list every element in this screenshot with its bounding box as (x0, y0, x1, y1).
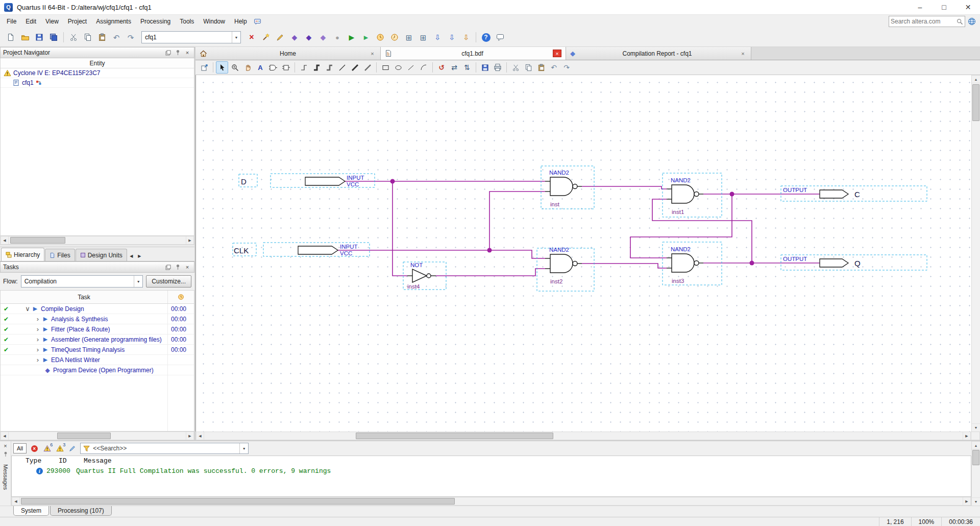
wire-junction[interactable] (750, 261, 754, 266)
wire-clk-to-nand2[interactable] (338, 250, 545, 258)
wire-junction[interactable] (390, 179, 395, 184)
bus-tool-icon[interactable] (349, 61, 361, 74)
rapid-recompile-icon[interactable]: ▶ (359, 31, 373, 44)
scrollbar-track[interactable] (20, 497, 963, 505)
tab-hierarchy[interactable]: Hierarchy (1, 248, 44, 261)
new-file-icon[interactable] (4, 31, 17, 44)
menu-processing[interactable]: Processing (136, 16, 175, 27)
scrollbar-thumb[interactable] (10, 237, 65, 244)
wire-nand2-to-nand4[interactable] (582, 264, 667, 268)
close-tab-icon[interactable]: × (553, 50, 561, 57)
save-icon[interactable] (479, 61, 491, 74)
scroll-left-icon[interactable]: ◀ (12, 497, 20, 505)
device-tree-item[interactable]: Cyclone IV E: EP4CE115F23C7 (1, 68, 194, 78)
type-column-header[interactable]: Type (26, 457, 41, 465)
technology-map-viewer-icon[interactable]: ⊞ (416, 31, 430, 44)
scroll-down-icon[interactable]: ▼ (972, 423, 980, 432)
expand-icon[interactable]: › (34, 356, 41, 364)
pin-icon[interactable] (2, 450, 10, 458)
tab-compilation-report[interactable]: ◆ Compilation Report - cfq1 × (566, 47, 751, 60)
edit-filter-icon[interactable] (67, 443, 78, 453)
wire-not-to-nand2[interactable] (436, 269, 545, 276)
open-file-icon[interactable] (18, 31, 32, 44)
message-row[interactable]: i 293000 Quartus II Full Compilation was… (12, 466, 971, 476)
pin-icon[interactable] (174, 264, 182, 271)
menu-view[interactable]: View (41, 16, 63, 27)
revision-combo[interactable]: cfq1 ▼ (141, 31, 241, 43)
task-row-fitter[interactable]: ✔ › ▶ Fitter (Place & Route) 00:00 (1, 324, 194, 334)
flip-vertical-icon[interactable]: ⇅ (461, 61, 473, 74)
nand-gate-inst[interactable] (545, 177, 582, 196)
scroll-right-icon[interactable]: ▶ (186, 432, 194, 440)
close-button[interactable]: ✕ (956, 0, 980, 14)
flip-horizontal-icon[interactable]: ⇄ (448, 61, 460, 74)
device-settings-icon[interactable]: ◆ (302, 31, 315, 44)
programmer-icon[interactable]: ⇩ (431, 31, 444, 44)
paste-icon[interactable] (535, 61, 547, 74)
pin-name-c[interactable]: C (854, 190, 860, 199)
scrollbar-thumb[interactable] (356, 433, 553, 439)
scroll-left-icon[interactable]: ◀ (1, 432, 9, 440)
scroll-left-icon[interactable]: ◀ (196, 432, 204, 440)
chat-icon[interactable] (494, 31, 507, 44)
scrollbar-track[interactable] (9, 236, 186, 244)
close-panel-icon[interactable]: × (183, 49, 191, 57)
minimize-button[interactable]: – (908, 0, 932, 14)
scrollbar-thumb[interactable] (972, 450, 979, 465)
scrollbar-track[interactable] (972, 449, 980, 497)
canvas-vertical-scrollbar[interactable]: ▲ ▼ (971, 75, 980, 432)
scroll-right-icon[interactable]: ▶ (963, 432, 971, 440)
tab-system[interactable]: System (13, 506, 49, 516)
task-row-program-device[interactable]: › ◆ Program Device (Open Programmer) (1, 365, 194, 375)
task-row-assembler[interactable]: ✔ › ▶ Assembler (Generate programming fi… (1, 334, 194, 345)
save-all-icon[interactable] (47, 31, 60, 44)
expand-icon[interactable]: › (34, 336, 41, 343)
start-compilation-icon[interactable]: ▶ (345, 31, 358, 44)
cut-icon[interactable] (67, 31, 80, 44)
settings-icon[interactable]: ◆ (288, 31, 301, 44)
pin-name-d[interactable]: D (241, 177, 247, 186)
tab-design-units[interactable]: Design Units (76, 249, 127, 261)
search-input[interactable] (891, 18, 957, 25)
task-row-compile-design[interactable]: ✔ ∨ ▶ Compile Design 00:00 (1, 304, 194, 314)
redo-icon[interactable]: ↷ (560, 61, 573, 74)
close-tab-icon[interactable]: × (369, 50, 376, 57)
convert-programming-files-icon[interactable]: ⇩ (445, 31, 458, 44)
oval-tool-icon[interactable] (392, 61, 404, 74)
text-tool-icon[interactable]: A (254, 61, 266, 74)
wire-junction[interactable] (730, 192, 734, 197)
menu-file[interactable]: File (2, 16, 21, 27)
maximize-button[interactable]: □ (932, 0, 956, 14)
menu-window[interactable]: Window (199, 16, 230, 27)
instance-name[interactable]: inst3 (672, 278, 684, 284)
scroll-down-icon[interactable]: ▼ (972, 497, 980, 506)
warning-filter-icon[interactable]: 3 (55, 443, 65, 453)
scroll-up-icon[interactable]: ▲ (972, 441, 980, 449)
expand-icon[interactable]: › (34, 325, 41, 333)
scrollbar-track[interactable] (204, 432, 963, 440)
nand-gate-inst3[interactable] (667, 254, 703, 272)
redo-icon[interactable]: ↷ (124, 31, 137, 44)
message-search-combo[interactable]: <<Search>> ▼ (80, 443, 249, 454)
rtl-viewer-icon[interactable]: ⊞ (402, 31, 415, 44)
flow-select[interactable]: Compilation ▼ (21, 275, 143, 288)
not-gate-inst4[interactable] (407, 269, 436, 282)
menu-edit[interactable]: Edit (21, 16, 41, 27)
stop-icon[interactable]: ● (331, 31, 344, 44)
stop-processing-icon[interactable]: × (245, 31, 258, 44)
undo-icon[interactable]: ↶ (110, 31, 123, 44)
feedback-icon[interactable] (254, 17, 262, 26)
float-panel-icon[interactable] (164, 264, 172, 271)
timequest-icon[interactable] (374, 31, 387, 44)
wire-feedback-qbar[interactable] (652, 199, 752, 263)
filter-all-button[interactable]: All (13, 443, 27, 453)
close-tab-icon[interactable]: × (739, 50, 747, 57)
print-icon[interactable] (492, 61, 504, 74)
undo-icon[interactable]: ↶ (548, 61, 560, 74)
pin-planner-icon[interactable] (274, 31, 287, 44)
task-row-timequest[interactable]: ✔ › ▶ TimeQuest Timing Analysis 00:00 (1, 345, 194, 355)
menu-project[interactable]: Project (63, 16, 91, 27)
rectangle-tool-icon[interactable] (379, 61, 391, 74)
scroll-left-icon[interactable]: ◀ (1, 236, 9, 244)
task-row-eda-netlist-writer[interactable]: › ▶ EDA Netlist Writer (1, 355, 194, 365)
